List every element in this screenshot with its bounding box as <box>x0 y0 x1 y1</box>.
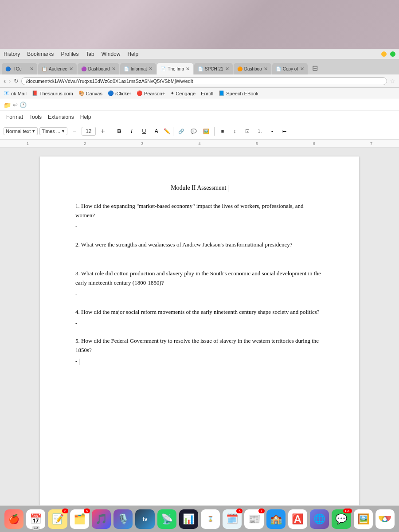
link-button[interactable]: 🔗 <box>176 126 187 137</box>
browser-minimize-icon[interactable] <box>381 51 387 57</box>
font-size-decrease-button[interactable]: − <box>69 126 80 137</box>
document-page[interactable]: Module II Assessment 1. How did the expa… <box>40 156 359 505</box>
dock-apple[interactable]: 🍎 <box>4 509 23 529</box>
tab-dashboard[interactable]: 🟣 Dashboard ✕ <box>78 63 119 74</box>
dock-school[interactable]: 🏫 <box>266 509 286 529</box>
tab-spch[interactable]: 📄 SPCH 21 ✕ <box>194 63 233 74</box>
tab-icon-informat: 📄 <box>124 66 129 71</box>
line-spacing-button[interactable]: ↕ <box>230 126 240 137</box>
underline-button[interactable]: U <box>139 126 149 137</box>
bookmark-pearson[interactable]: 🔴 Pearson+ <box>137 90 165 96</box>
dock-podcast[interactable]: 🎙️ <box>113 509 133 529</box>
ruler: 1 2 3 4 5 6 7 <box>0 140 399 148</box>
browser-maximize-icon[interactable] <box>390 51 395 57</box>
gdocs-undo-icon[interactable]: ↩ <box>13 102 18 108</box>
bookmark-speech-ebook[interactable]: 📘 Speech EBook <box>219 90 258 96</box>
dock-calendar-date: 10 <box>32 526 39 530</box>
gdocs-menu-tools[interactable]: Tools <box>27 113 44 121</box>
dock-photos[interactable]: 🖼️ <box>354 509 373 529</box>
paragraph-dropdown-icon: ▼ <box>31 129 35 133</box>
font-family-select[interactable]: Times ... ▼ <box>39 127 67 135</box>
tab-close-il-gc[interactable]: ✕ <box>30 66 34 72</box>
gdocs-menu-help[interactable]: Help <box>78 113 94 121</box>
indent-decrease-button[interactable]: ⇤ <box>279 126 290 137</box>
menu-window[interactable]: Window <box>102 51 121 57</box>
font-size-display[interactable]: 12 <box>82 127 96 136</box>
dock-finder[interactable]: 🗂️ 5 <box>70 509 89 529</box>
bookmark-thesaurus[interactable]: 📕 Thesaurus.com <box>32 90 73 96</box>
tab-the-imp[interactable]: 📄 The Imp ✕ <box>157 63 193 74</box>
separator-1 <box>111 127 111 136</box>
menu-profiles[interactable]: Profiles <box>61 51 78 57</box>
tab-close-spch[interactable]: ✕ <box>225 66 229 72</box>
align-left-button[interactable]: ≡ <box>217 126 228 137</box>
gdocs-history-icon[interactable]: 🕐 <box>20 102 27 108</box>
checklist-button[interactable]: ☑ <box>242 126 253 137</box>
dock-time[interactable]: ⌛ <box>201 509 220 529</box>
tab-close-the-imp[interactable]: ✕ <box>186 66 190 72</box>
answer-5: - <box>75 357 324 366</box>
dock-schedule[interactable]: 🗓️ 5 <box>223 509 242 529</box>
dock-accessibility[interactable]: 🅰️ <box>288 509 307 529</box>
dock-notes-badge: 2 <box>62 509 68 513</box>
answer-1: - <box>75 222 324 231</box>
dock-notes[interactable]: 📝 2 <box>48 509 67 529</box>
reload-button[interactable]: ↻ <box>14 78 19 84</box>
menu-history[interactable]: History <box>4 51 20 57</box>
tab-informat[interactable]: 📄 Informat ✕ <box>120 63 156 74</box>
tab-close-informat[interactable]: ✕ <box>149 66 153 72</box>
bullet-list-button[interactable]: • <box>267 126 278 137</box>
tab-icon-spch: 📄 <box>198 66 203 71</box>
bold-button[interactable]: B <box>114 126 125 137</box>
question-3: 3. What role did cotton production and s… <box>75 269 324 298</box>
bookmark-cengage[interactable]: ✦ Cengage <box>170 90 196 96</box>
menu-help[interactable]: Help <box>127 51 138 57</box>
bookmark-mail[interactable]: 📧 ok Mail <box>4 90 27 96</box>
numbered-list-button[interactable]: 1. <box>254 126 265 137</box>
font-color-button[interactable]: A <box>151 126 162 137</box>
menu-tab[interactable]: Tab <box>86 51 94 57</box>
tab-dashboo[interactable]: 🟠 Dashboo ✕ <box>234 63 271 74</box>
dock-calendar[interactable]: 📅 10 <box>26 509 45 529</box>
font-size-increase-button[interactable]: + <box>98 126 108 137</box>
color-picker-icon[interactable]: ✏️ <box>164 128 170 134</box>
font-dropdown-icon: ▼ <box>61 129 65 133</box>
question-2: 2. What were the strengths and weaknesse… <box>75 240 324 261</box>
dock-signal[interactable]: 📡 <box>157 509 176 529</box>
tab-icon-dashboard: 🟣 <box>81 66 86 71</box>
italic-button[interactable]: I <box>126 126 137 137</box>
gdocs-menu-format[interactable]: Format <box>4 113 26 121</box>
tab-close-audience[interactable]: ✕ <box>69 66 73 72</box>
dock-chrome[interactable] <box>376 509 395 529</box>
dock-news[interactable]: 📰 1 <box>244 509 263 529</box>
tab-il-gc[interactable]: 🔵 Il Gc ✕ <box>2 63 37 74</box>
tab-copy-of[interactable]: 📄 Copy of ✕ <box>272 63 308 74</box>
image-button[interactable]: 🖼️ <box>201 126 211 137</box>
menu-bookmarks[interactable]: Bookmarks <box>27 51 54 57</box>
forward-button[interactable]: › <box>8 77 11 85</box>
dock-globe[interactable]: 🌐 <box>310 509 329 529</box>
tab-close-copy-of[interactable]: ✕ <box>300 66 304 72</box>
bookmark-canvas[interactable]: 🎨 Canvas <box>78 90 102 96</box>
question-1: 1. How did the expanding "market-based e… <box>75 202 324 231</box>
url-input[interactable] <box>21 77 387 85</box>
bookmark-iclicker[interactable]: 🔵 iClicker <box>108 90 131 96</box>
bookmark-star-icon[interactable]: ☆ <box>390 78 395 85</box>
dock-messages[interactable]: 💬 120 <box>332 509 351 529</box>
paragraph-style-select[interactable]: Normal text ▼ <box>4 127 38 135</box>
text-cursor <box>79 359 79 365</box>
gdocs-menu-extensions[interactable]: Extensions <box>45 113 77 121</box>
bookmark-enroll[interactable]: Enroll <box>201 91 213 96</box>
comment-button[interactable]: 💬 <box>188 126 199 137</box>
gdocs-folder-icon[interactable]: 📁 <box>4 102 11 109</box>
thesaurus-icon: 📕 <box>32 90 38 96</box>
dock-tv[interactable]: tv <box>135 509 154 529</box>
pearson-icon: 🔴 <box>137 90 143 96</box>
tab-audience[interactable]: 📋 Audience ✕ <box>38 63 77 74</box>
dock-music[interactable]: 🎵 <box>92 509 111 529</box>
dock-stats[interactable]: 📊 <box>179 509 198 529</box>
back-button[interactable]: ‹ <box>4 77 6 85</box>
new-tab-button[interactable]: ⊟ <box>309 62 321 74</box>
tab-close-dashboard[interactable]: ✕ <box>112 66 116 72</box>
tab-close-dashboo[interactable]: ✕ <box>264 66 268 72</box>
